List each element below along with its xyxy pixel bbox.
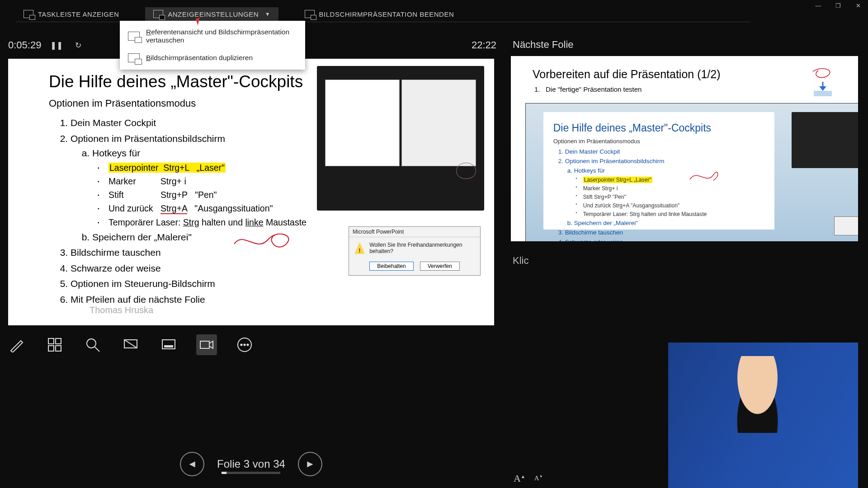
- decrease-font-button[interactable]: A▼: [534, 474, 543, 486]
- list-item: Dein Master Cockpit: [565, 147, 764, 157]
- keep-button[interactable]: Beibehalten: [369, 262, 413, 271]
- svg-rect-0: [48, 338, 54, 344]
- list-item: Und zurück Strg+A "Ausgangssituation": [583, 202, 764, 210]
- window-maximize[interactable]: ❐: [828, 0, 848, 11]
- list-item: Laserpointer Strg+L „Laser": [583, 176, 764, 184]
- show-taskbar-label: TASKLEISTE ANZEIGEN: [38, 10, 119, 18]
- prev-slide-button[interactable]: ◄: [180, 452, 204, 476]
- discard-button[interactable]: Verwerfen: [420, 262, 460, 271]
- window-minimize[interactable]: —: [808, 0, 828, 11]
- zoom-button[interactable]: [82, 334, 103, 355]
- menu-duplicate-show[interactable]: Bildschirmpräsentation duplizieren: [120, 49, 305, 67]
- list-item: Optionen im Präsentationsbildschirm Hotk…: [565, 157, 764, 228]
- duplicate-icon: [128, 53, 140, 62]
- end-icon: [305, 10, 315, 18]
- list-item: Hotkeys für Laserpointer Strg+L „Laser" …: [574, 166, 764, 218]
- list-item: Temporärer Laser: Strg halten und linke …: [583, 210, 764, 219]
- pen-tool-button[interactable]: [6, 334, 27, 355]
- swap-icon: [128, 32, 140, 41]
- window-close[interactable]: ✕: [848, 0, 868, 11]
- brain-icon: [456, 163, 476, 179]
- svg-rect-7: [164, 345, 173, 347]
- list-item: Stift Strg+P "Pen": [583, 193, 764, 202]
- more-options-button[interactable]: [234, 334, 255, 355]
- display-icon: [153, 10, 163, 18]
- end-show-label: BILDSCHIRMPRÄSENTATION BEENDEN: [319, 10, 454, 18]
- black-screen-button[interactable]: [120, 334, 141, 355]
- list-item: Marker Strg+ i: [583, 184, 764, 193]
- ink-save-dialog: Microsoft PowerPoint ! Wollen Sie Ihre F…: [349, 226, 481, 276]
- clock-time: 22:22: [472, 39, 496, 51]
- svg-rect-1: [56, 338, 61, 344]
- next-slide-heading: Nächste Folie: [513, 39, 858, 51]
- projector-photo: Die Hilfe deines „Master"-Cockpits Optio…: [525, 103, 858, 241]
- svg-rect-2: [48, 346, 54, 351]
- ink-annotation: [809, 66, 836, 98]
- slide-author: Thomas Hruska: [90, 305, 153, 315]
- menu-swap-label: Referentenansicht und Bildschirmpräsenta…: [146, 28, 297, 44]
- svg-point-11: [244, 344, 245, 345]
- webcam-feed[interactable]: [668, 343, 858, 488]
- slide-counter: Folie 3 von 34: [217, 458, 285, 470]
- svg-rect-8: [200, 341, 209, 348]
- photo-slide-subtitle: Optionen im Präsentationsmodus: [553, 138, 764, 145]
- embedded-screenshot: [317, 66, 484, 211]
- taskbar-icon: [24, 10, 33, 18]
- menu-duplicate-label: Bildschirmpräsentation duplizieren: [146, 54, 253, 62]
- list-item: Optionen im Steuerung-Bildschirm: [71, 277, 475, 291]
- svg-rect-3: [56, 346, 61, 351]
- display-settings-label: ANZEIGEEINSTELLUNGEN: [168, 10, 259, 18]
- slide-progress: [222, 472, 280, 474]
- svg-point-12: [247, 344, 248, 345]
- svg-rect-13: [814, 91, 832, 96]
- subtitle-button[interactable]: [158, 334, 179, 355]
- chevron-down-icon: ▼: [265, 11, 270, 17]
- next-slide-button[interactable]: ►: [298, 452, 322, 476]
- increase-font-button[interactable]: A▲: [514, 473, 525, 484]
- presenter-toolbar: TASKLEISTE ANZEIGEN ANZEIGEEINSTELLUNGEN…: [15, 6, 750, 22]
- svg-point-10: [241, 344, 242, 345]
- list-item: Speichern der „Malerei": [574, 219, 764, 228]
- presenter-video: [727, 356, 788, 433]
- presenter-tools: [6, 334, 255, 355]
- list-item: Schwarze oder weise: [565, 238, 764, 241]
- warning-icon: !: [354, 242, 365, 254]
- show-taskbar-button[interactable]: TASKLEISTE ANZEIGEN: [15, 7, 127, 21]
- end-show-button[interactable]: BILDSCHIRMPRÄSENTATION BEENDEN: [297, 7, 462, 21]
- all-slides-button[interactable]: [44, 334, 65, 355]
- camera-button[interactable]: [196, 334, 217, 355]
- display-settings-menu: Referentenansicht und Bildschirmpräsenta…: [120, 21, 305, 70]
- elapsed-time: 0:05:29: [8, 39, 41, 51]
- list-item: Bildschirme tauschen: [565, 228, 764, 238]
- speaker-notes[interactable]: Klic: [513, 255, 856, 267]
- reset-timer-button[interactable]: ↻: [72, 39, 85, 52]
- ink-annotation: [232, 228, 300, 251]
- next-slide-preview[interactable]: Vorbereiten auf die Präsentation (1/2) 1…: [511, 56, 858, 241]
- pause-timer-button[interactable]: ❚❚: [50, 39, 63, 52]
- svg-point-4: [87, 339, 96, 348]
- photo-slide-title: Die Hilfe deines „Master"-Cockpits: [553, 122, 764, 134]
- dialog-title: Microsoft PowerPoint: [349, 227, 480, 237]
- current-slide[interactable]: Die Hilfe deines „Master"-Cockpits Optio…: [8, 59, 494, 325]
- display-settings-button[interactable]: ANZEIGEEINSTELLUNGEN ▼: [145, 7, 278, 21]
- dialog-message: Wollen Sie Ihre Freihandanmerkungen beha…: [369, 242, 475, 254]
- menu-swap-displays[interactable]: Referentenansicht und Bildschirmpräsenta…: [120, 23, 305, 49]
- next-slide-title: Vorbereiten auf die Präsentation (1/2): [511, 56, 858, 85]
- next-slide-line: 1. Die "fertige" Präsentation testen: [511, 85, 858, 93]
